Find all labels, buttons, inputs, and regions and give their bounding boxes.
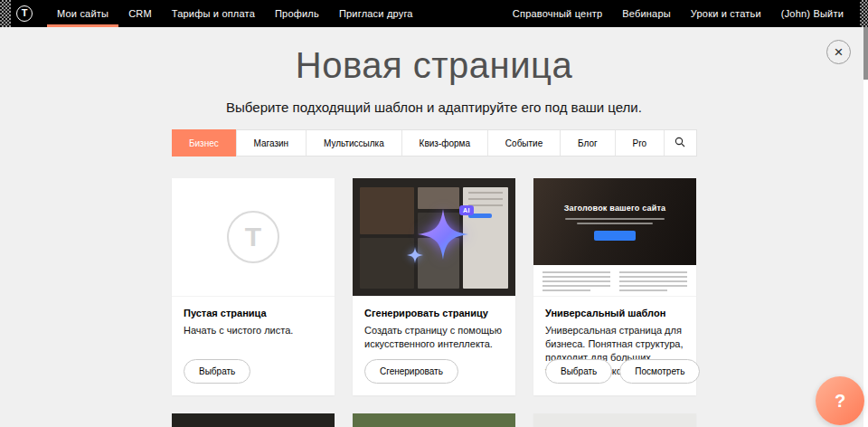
collage-photo (360, 187, 414, 234)
choose-button[interactable]: Выбрать (184, 359, 250, 384)
template-card-partial (172, 413, 335, 427)
ai-star-icon (418, 209, 468, 260)
universal-template-preview: Заголовок вашего сайта (533, 178, 696, 297)
nav-lessons[interactable]: Уроки и статьи (681, 0, 771, 27)
generate-button[interactable]: Сгенерировать (364, 359, 458, 384)
template-grid: T Пустая страница Начать с чистого листа… (172, 178, 696, 427)
template-card-universal: Заголовок вашего сайта Универсальный шаб… (533, 178, 696, 395)
screen-edge-artifact-left (0, 0, 11, 27)
tab-label: Квиз-форма (420, 138, 470, 148)
scrollbar-track[interactable] (863, 27, 868, 427)
template-hero-subtext (565, 218, 665, 220)
template-card-blank: T Пустая страница Начать с чистого листа… (172, 178, 335, 395)
card-title: Пустая страница (184, 308, 323, 318)
template-preview-image (172, 413, 335, 427)
nav-label: Уроки и статьи (691, 8, 761, 19)
collage-photo (418, 187, 459, 209)
tab-business[interactable]: Бизнес (172, 129, 236, 157)
topbar: T Мои сайты CRM Тарифы и оплата Профиль … (0, 0, 868, 27)
tab-quiz-form[interactable]: Квиз-форма (401, 130, 487, 156)
template-card-ai: AI Сгенерировать страницу Создать страни… (353, 178, 515, 395)
ai-badge: AI (459, 205, 474, 215)
tab-label: Магазин (254, 138, 289, 148)
nav-label: Справочный центр (513, 8, 602, 19)
card-description: Создать страницу с помощью искусственног… (364, 324, 504, 351)
nav-crm[interactable]: CRM (118, 0, 162, 27)
topbar-left-nav: Мои сайты CRM Тарифы и оплата Профиль Пр… (47, 0, 423, 27)
ai-generate-preview: AI (353, 178, 515, 297)
nav-logout[interactable]: (John) Выйти (771, 0, 854, 27)
choose-button[interactable]: Выбрать (545, 359, 612, 384)
tab-label: Pro (633, 138, 647, 148)
template-card-partial (353, 413, 515, 427)
nav-label: CRM (128, 8, 152, 19)
template-preview-image (533, 413, 696, 427)
topbar-right-nav: Справочный центр Вебинары Уроки и статьи… (503, 0, 868, 27)
card-description: Начать с чистого листа. (184, 324, 323, 337)
nav-label: Мои сайты (57, 8, 108, 19)
help-button[interactable]: ? (816, 376, 864, 425)
tab-label: Блог (578, 138, 598, 148)
template-hero-subtext (577, 223, 653, 224)
tab-pro[interactable]: Pro (615, 130, 664, 156)
blank-page-preview: T (172, 178, 335, 297)
tab-event[interactable]: Событие (487, 130, 560, 156)
template-hero-button (594, 231, 636, 241)
tab-blog[interactable]: Блог (560, 130, 614, 156)
close-icon[interactable]: × (826, 40, 851, 64)
page-subtitle: Выберите подходящий шаблон и адаптируйте… (0, 100, 868, 115)
tilda-watermark-icon: T (227, 211, 279, 263)
template-hero: Заголовок вашего сайта (533, 178, 696, 265)
nav-label: (John) Выйти (781, 8, 844, 19)
template-text-section (533, 265, 696, 297)
nav-invite-friend[interactable]: Пригласи друга (329, 0, 423, 27)
card-title: Универсальный шаблон (545, 308, 684, 318)
tab-multilink[interactable]: Мультиссылка (306, 130, 401, 156)
nav-label: Профиль (275, 8, 319, 19)
screen-edge-artifact-right (860, 0, 868, 27)
template-card-partial (533, 413, 696, 427)
tab-label: Мультиссылка (324, 138, 384, 148)
tab-shop[interactable]: Магазин (236, 130, 306, 156)
collage-photo (360, 238, 414, 289)
nav-label: Пригласи друга (339, 8, 413, 19)
nav-help-center[interactable]: Справочный центр (503, 0, 612, 27)
tab-label: Бизнес (189, 138, 219, 148)
tilda-logo[interactable]: T (16, 5, 33, 22)
template-preview-image (353, 413, 515, 427)
nav-label: Тарифы и оплата (172, 8, 255, 19)
card-title: Сгенерировать страницу (364, 308, 504, 318)
template-hero-title: Заголовок вашего сайта (533, 204, 696, 213)
nav-label: Вебинары (622, 8, 671, 19)
search-icon (675, 137, 685, 149)
tab-search[interactable] (664, 130, 696, 156)
page-title: Новая страница (0, 45, 868, 86)
nav-tariffs[interactable]: Тарифы и оплата (162, 0, 265, 27)
template-category-tabs: Бизнес Магазин Мультиссылка Квиз-форма С… (172, 129, 697, 157)
nav-my-sites[interactable]: Мои сайты (47, 0, 118, 27)
nav-webinars[interactable]: Вебинары (612, 0, 681, 27)
nav-profile[interactable]: Профиль (265, 0, 329, 27)
scrollbar-thumb[interactable] (863, 27, 868, 80)
collage-panel (463, 187, 508, 289)
preview-button[interactable]: Посмотреть (619, 359, 700, 384)
tab-label: Событие (505, 138, 542, 148)
